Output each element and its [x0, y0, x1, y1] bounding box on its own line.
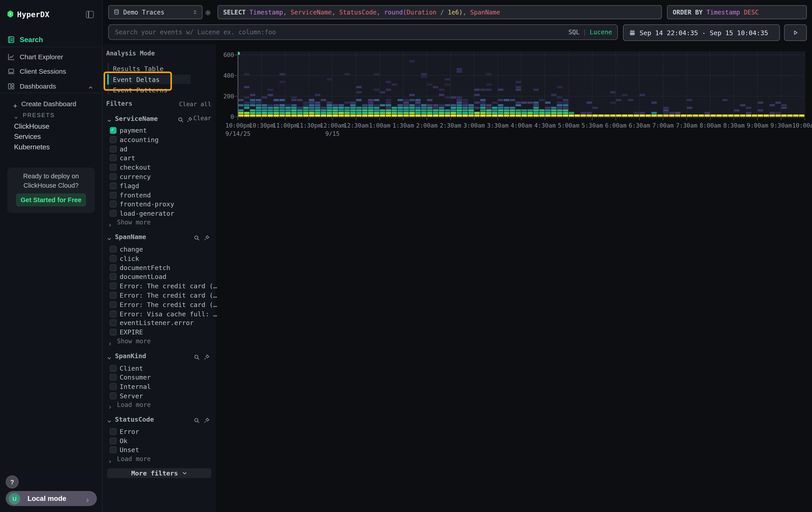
mode-sql[interactable]: SQL [569, 28, 580, 36]
pin-icon[interactable] [203, 352, 210, 359]
sidebar-item-search[interactable]: Search [0, 33, 102, 46]
checkbox-icon [110, 145, 117, 152]
filter-item-spankind[interactable]: Server [102, 392, 216, 400]
clear-all-button[interactable]: Clear all [179, 101, 211, 108]
search-icon[interactable] [178, 115, 184, 121]
filter-item-spanname[interactable]: Error: The credit card (… [102, 300, 216, 308]
filter-item-spanname[interactable]: Error: Visa cache full: … [102, 309, 216, 318]
presets-toggle[interactable]: PRESETS [0, 110, 102, 120]
filter-item-label: cart [120, 154, 135, 162]
source-select[interactable]: Demo Traces [108, 5, 203, 19]
preset-services[interactable]: Services [14, 133, 41, 140]
filter-item-spanname[interactable]: eventListener.error [102, 319, 216, 327]
checkbox-icon [110, 393, 117, 399]
filter-item-servicename[interactable]: currency [102, 172, 216, 180]
filter-item-servicename[interactable]: checkout [102, 163, 216, 171]
chevron-down-icon[interactable] [107, 234, 112, 239]
filter-item-spankind[interactable]: Internal [102, 382, 216, 390]
sidebar-item-client-sessions[interactable]: Client Sessions [0, 65, 102, 77]
checkbox-icon [110, 428, 117, 435]
chevron-down-icon[interactable] [107, 416, 112, 422]
axis-tick-label: 200 [223, 93, 234, 100]
checkbox-icon [110, 155, 117, 161]
filter-item-statuscode[interactable]: Error [102, 427, 216, 435]
search-icon[interactable] [194, 415, 200, 422]
filter-item-spankind[interactable]: Client [102, 364, 216, 372]
run-query-button[interactable] [784, 24, 807, 41]
sql-token [740, 8, 744, 16]
chevron-down-icon[interactable] [107, 353, 112, 358]
axis-tick-label: 400 [223, 72, 234, 79]
preset-kubernetes[interactable]: Kubernetes [14, 143, 50, 151]
mode-lucene[interactable]: Lucene [590, 28, 612, 36]
analysis-mode-event-patterns[interactable]: Event Patterns [109, 85, 191, 95]
filter-item-label: Server [120, 392, 143, 400]
sidebar-item-label: Chart Explorer [20, 53, 63, 60]
show-more-spankind[interactable]: Load more [102, 401, 216, 408]
filter-item-servicename[interactable]: payment [102, 126, 216, 134]
filter-item-spanname[interactable]: click [102, 254, 216, 262]
filter-item-servicename[interactable]: accounting [102, 135, 216, 143]
search-icon[interactable] [194, 352, 200, 359]
checkbox-icon [110, 136, 117, 143]
create-dashboard-button[interactable]: Create Dashboard [0, 99, 102, 109]
time-range-picker[interactable]: Sep 14 22:04:35 - Sep 15 10:04:35 [623, 24, 780, 41]
filter-item-spanname[interactable]: Error: The credit card (… [102, 291, 216, 299]
filter-item-spanname[interactable]: Error: The credit card (… [102, 281, 216, 290]
get-started-button[interactable]: Get Started for Free [16, 193, 86, 206]
filter-item-spanname[interactable]: documentFetch [102, 263, 216, 271]
gear-icon[interactable] [205, 8, 211, 15]
order-by-input[interactable]: ORDER BY Timestamp DESC [667, 5, 807, 19]
bolt-icon [9, 12, 11, 16]
sql-token: Duration [406, 8, 436, 16]
chevron-down-icon [182, 470, 187, 476]
show-more-label: Load more [117, 401, 150, 408]
checkbox-icon [110, 447, 117, 453]
more-filters-button[interactable]: More filters [107, 468, 211, 478]
help-button[interactable]: ? [6, 476, 19, 488]
clear-filter-button[interactable]: Clear [194, 114, 211, 122]
show-more-servicename[interactable]: Show more [102, 218, 216, 226]
user-avatar: U [9, 493, 20, 504]
show-more-spanname[interactable]: Show more [102, 337, 216, 345]
pin-icon[interactable] [203, 415, 210, 422]
sidebar-collapse-icon[interactable] [86, 11, 94, 18]
filter-item-spanname[interactable]: change [102, 245, 216, 253]
dashboard-grid-icon [7, 82, 15, 90]
axis-tick-label: 600 [223, 51, 234, 58]
filter-item-servicename[interactable]: cart [102, 154, 216, 162]
checkbox-icon [110, 192, 117, 198]
filter-item-spankind[interactable]: Consumer [102, 373, 216, 381]
filter-item-spanname[interactable]: documentLoad [102, 272, 216, 281]
pin-icon[interactable] [186, 115, 193, 121]
sql-expression-input[interactable]: SELECT Timestamp, ServiceName, StatusCod… [218, 5, 662, 19]
local-mode-menu[interactable]: U Local mode [6, 491, 97, 506]
filter-item-statuscode[interactable]: Ok [102, 436, 216, 444]
axis-tick-label: 12:30am [344, 122, 369, 129]
sidebar-item-chart-explorer[interactable]: Chart Explorer [0, 50, 102, 63]
sql-token: ORDER BY [673, 8, 706, 16]
filter-item-servicename[interactable]: load-generator [102, 209, 216, 217]
filter-item-servicename[interactable]: flagd [102, 182, 216, 190]
sql-token: Timestamp [706, 8, 740, 16]
filter-item-servicename[interactable]: frontend [102, 191, 216, 199]
analysis-mode-results-table[interactable]: Results Table [109, 64, 191, 73]
checkbox-icon [110, 164, 117, 170]
filter-item-statuscode[interactable]: Unset [102, 446, 216, 454]
checkbox-checked-icon [110, 127, 117, 134]
filter-item-servicename[interactable]: frontend-proxy [102, 200, 216, 208]
filter-item-spanname[interactable]: EXPIRE [102, 328, 216, 336]
search-icon[interactable] [194, 233, 200, 240]
calendar-icon [629, 29, 635, 36]
chevron-down-icon[interactable] [107, 115, 112, 120]
analysis-mode-event-deltas[interactable]: Event Deltas [109, 75, 191, 84]
show-more-statuscode[interactable]: Load more [102, 455, 216, 463]
preset-clickhouse[interactable]: ClickHouse [14, 123, 49, 130]
sidebar-item-dashboards[interactable]: Dashboards [0, 80, 102, 92]
pin-icon[interactable] [203, 233, 210, 240]
search-input[interactable] [108, 24, 618, 40]
filter-item-label: Ok [120, 437, 127, 444]
sidebar: HyperDX Search Chart Explorer Client Ses… [0, 0, 103, 512]
chevron-up-icon[interactable] [88, 83, 94, 89]
filter-item-servicename[interactable]: ad [102, 144, 216, 153]
